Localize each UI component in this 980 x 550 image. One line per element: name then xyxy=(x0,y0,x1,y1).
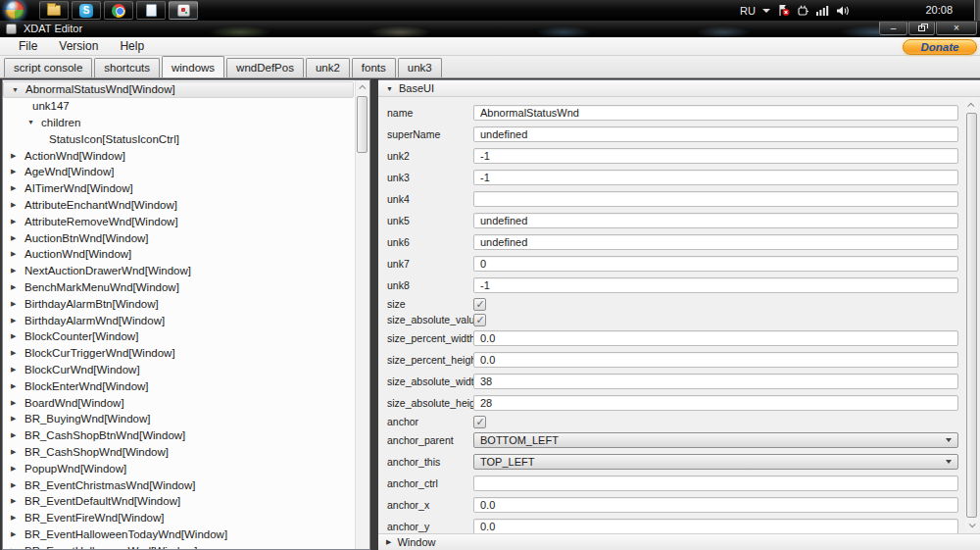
tree-item[interactable]: ▶BR_EventHalloweenWnd[Window] xyxy=(3,542,354,550)
tree-item[interactable]: ▶AuctionBtnWnd[Window] xyxy=(3,229,354,246)
tree-item[interactable]: ▶BR_EventDefaultWnd[Window] xyxy=(3,493,354,510)
chevron-right-icon[interactable]: ▶ xyxy=(11,234,24,242)
tree-item[interactable]: ▶BirthdayAlarmBtn[Window] xyxy=(3,295,354,312)
tree-item[interactable]: ▶BlockCurTriggerWnd[Window] xyxy=(3,345,354,362)
scroll-down-icon[interactable] xyxy=(965,518,978,532)
unk8-field[interactable] xyxy=(473,277,958,293)
taskbar-button-skype[interactable]: S xyxy=(72,1,101,20)
tree-item[interactable]: ▶ActionWnd[Window] xyxy=(3,147,354,164)
chevron-right-icon[interactable]: ▶ xyxy=(11,399,24,407)
tree-item[interactable]: ▼children xyxy=(3,115,354,131)
chevron-right-icon[interactable]: ▶ xyxy=(11,497,24,505)
chevron-right-icon[interactable]: ▶ xyxy=(11,152,24,160)
section-header-baseui[interactable]: ▼ BaseUI xyxy=(378,80,980,97)
chevron-right-icon[interactable]: ▶ xyxy=(11,283,24,291)
donate-button[interactable]: Donate xyxy=(903,39,977,55)
unk4-field[interactable] xyxy=(473,191,958,207)
tree-item[interactable]: ▶BR_EventFireWnd[Window] xyxy=(3,510,354,526)
scroll-up-icon[interactable] xyxy=(965,98,978,113)
tree-item[interactable]: ▶BlockCounter[Window] xyxy=(3,328,354,345)
chevron-right-icon[interactable]: ▶ xyxy=(11,267,24,275)
tree-item[interactable]: StatusIcon[StatusIconCtrl] xyxy=(3,130,354,147)
tree-item[interactable]: ▶AuctionWnd[Window] xyxy=(3,246,354,263)
chevron-right-icon[interactable]: ▶ xyxy=(11,168,24,175)
clock[interactable]: 20:08 xyxy=(925,0,953,21)
menu-item-version[interactable]: Version xyxy=(48,37,109,55)
taskbar-button-xdat-editor[interactable] xyxy=(169,1,198,20)
chevron-right-icon[interactable]: ▶ xyxy=(11,218,24,225)
close-button[interactable]: × xyxy=(936,22,977,35)
menu-item-file[interactable]: File xyxy=(8,37,48,55)
tab-wndDefPos[interactable]: wndDefPos xyxy=(226,58,304,77)
tree-item[interactable]: ▶BR_CashShopWnd[Window] xyxy=(3,444,354,461)
tree-item[interactable]: ▶NextAuctionDrawerWnd[Window] xyxy=(3,263,354,279)
anchor-checkbox[interactable]: ✓ xyxy=(473,416,486,428)
size-checkbox[interactable]: ✓ xyxy=(473,298,486,311)
language-indicator[interactable]: RU xyxy=(740,5,756,17)
tree-item[interactable]: ▶AITimerWnd[Window] xyxy=(3,180,354,197)
inspector-scrollbar[interactable] xyxy=(965,98,978,532)
unk2-field[interactable] xyxy=(473,148,958,164)
anchor_ctrl-field[interactable] xyxy=(473,475,958,491)
chevron-right-icon[interactable]: ▶ xyxy=(11,448,24,456)
chevron-right-icon[interactable]: ▶ xyxy=(11,481,24,489)
tree-item[interactable]: ▶BR_EventChristmasWnd[Window] xyxy=(3,476,354,493)
chevron-right-icon[interactable]: ▶ xyxy=(11,382,24,390)
chevron-right-icon[interactable]: ▶ xyxy=(11,300,24,308)
tree-scrollbar-thumb[interactable] xyxy=(357,96,368,153)
tab-windows[interactable]: windows xyxy=(162,56,224,77)
unk3-field[interactable] xyxy=(473,170,958,185)
unk5-field[interactable] xyxy=(473,213,958,228)
size_absolute_width-field[interactable] xyxy=(473,374,958,389)
size_percent_width-field[interactable] xyxy=(473,330,958,346)
anchor_this-select[interactable]: TOP_LEFT xyxy=(473,454,958,470)
minimize-button[interactable]: – xyxy=(879,22,907,35)
tree-item[interactable]: ▶BenchMarkMenuWnd[Window] xyxy=(3,279,354,296)
chevron-right-icon[interactable]: ▶ xyxy=(11,465,24,473)
tree-item[interactable]: ▶PopupWnd[Window] xyxy=(3,460,354,476)
anchor_parent-select[interactable]: BOTTOM_LEFT xyxy=(473,432,958,448)
tree-item[interactable]: ▶BR_CashShopBtnWnd[Window] xyxy=(3,427,354,444)
chevron-right-icon[interactable]: ▶ xyxy=(11,366,24,374)
inspector-scrollbar-thumb[interactable] xyxy=(966,113,977,518)
taskbar-button-chrome[interactable] xyxy=(104,1,133,20)
tray-expand-icon[interactable] xyxy=(762,9,770,13)
tree-item[interactable]: ▶AgeWnd[Window] xyxy=(3,164,354,180)
volume-icon[interactable] xyxy=(836,5,850,17)
anchor_y-field[interactable] xyxy=(473,519,958,533)
chevron-down-icon[interactable]: ▼ xyxy=(12,86,25,93)
anchor_x-field[interactable] xyxy=(473,497,958,513)
tree-item[interactable]: ▶BoardWnd[Window] xyxy=(3,394,354,411)
chevron-right-icon[interactable]: ▶ xyxy=(11,349,24,357)
tree-item[interactable]: ▶AttributeRemoveWnd[Window] xyxy=(3,213,354,229)
size_absolute_values-checkbox[interactable]: ✓ xyxy=(473,314,486,326)
chevron-right-icon[interactable]: ▶ xyxy=(11,201,24,209)
chevron-right-icon[interactable]: ▶ xyxy=(11,514,24,522)
action-center-icon[interactable] xyxy=(777,4,790,17)
restore-button[interactable] xyxy=(908,22,935,35)
tab-unk3[interactable]: unk3 xyxy=(398,58,442,77)
chevron-right-icon[interactable]: ▶ xyxy=(11,317,24,325)
taskbar-button-notepad[interactable] xyxy=(136,1,166,20)
menu-item-help[interactable]: Help xyxy=(109,37,155,55)
tab-shortcuts[interactable]: shortcuts xyxy=(94,58,160,77)
tree-item[interactable]: ▶BlockEnterWnd[Window] xyxy=(3,377,354,394)
chevron-right-icon[interactable]: ▶ xyxy=(11,530,24,538)
tree-item[interactable]: ▶BlockCurWnd[Window] xyxy=(3,362,354,378)
chevron-right-icon[interactable]: ▶ xyxy=(11,184,24,192)
tab-unk2[interactable]: unk2 xyxy=(306,58,350,77)
chevron-right-icon[interactable]: ▶ xyxy=(11,332,24,340)
scroll-up-icon[interactable] xyxy=(356,80,369,95)
tree-item[interactable]: ▶AttributeEnchantWnd[Window] xyxy=(3,197,354,214)
size_percent_height-field[interactable] xyxy=(473,352,958,368)
taskbar-button-explorer[interactable] xyxy=(39,1,69,20)
chevron-down-icon[interactable]: ▼ xyxy=(27,119,41,125)
tree-item[interactable]: ▶BR_BuyingWnd[Window] xyxy=(3,411,354,427)
superName-field[interactable] xyxy=(473,126,958,142)
network-signal-icon[interactable] xyxy=(816,5,829,16)
start-button-icon[interactable] xyxy=(5,0,24,20)
tab-fonts[interactable]: fonts xyxy=(352,58,396,77)
tree-item[interactable]: ▶BR_EventHalloweenTodayWnd[Window] xyxy=(3,526,354,543)
tree-scrollbar[interactable] xyxy=(355,80,369,549)
size_absolute_height-field[interactable] xyxy=(473,395,958,411)
